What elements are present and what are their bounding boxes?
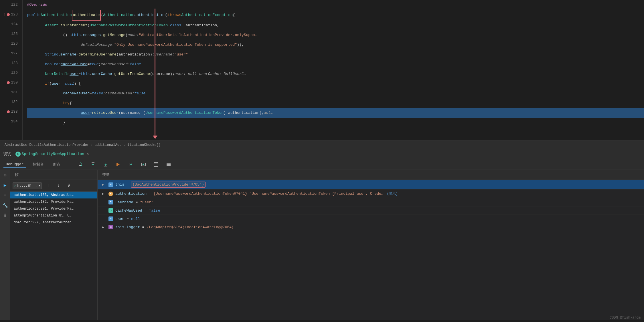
var-name-auth: authentication [115,192,147,196]
frame-item-dofilter-227[interactable]: doFilter:227, AbstractAuthen… [10,219,97,226]
var-item-logger[interactable]: ▶ ∞ this.logger = {LogAdapter$Slf4jLocat… [98,223,644,231]
frame-item-authenticate-133[interactable]: authenticate:133, AbstractUs… [10,192,97,198]
var-item-this[interactable]: ▶ = this = {DaoAuthenticationProvider@70… [98,180,644,190]
code-line-130: if ( user == null ) { [27,79,644,89]
line-num-129: 129 [3,68,19,78]
var-icon-username: = [108,200,113,204]
frame-item-authenticate-201[interactable]: authenticate:201, ProviderMa… [10,205,97,212]
frame-filter-dropdown[interactable]: ✓ ht...在... ▾ [13,182,42,189]
var-icon-auth: ● [108,192,113,196]
annotation-override: @Override [27,0,47,10]
toolbar-eval-btn[interactable] [139,160,147,168]
variables-panel: 变量 ▶ = this = {DaoAuthenticationProvider… [98,170,644,320]
var-value-this: {DaoAuthenticationProvider@7054} [131,182,206,188]
line-numbers: 122 ↑ 123 124 125 126 127 128 129 130 13… [0,0,23,140]
side-info-icon[interactable]: ⅱ [4,213,6,218]
var-equals-this: = [127,182,129,187]
code-line-129: UserDetails user = this . userCache . ge… [27,69,644,79]
side-settings-icon[interactable]: ≡ [4,193,7,198]
toolbar-table-btn[interactable] [152,160,160,168]
line-num-132: 132 [3,97,19,107]
var-item-cachewasused[interactable]: ▶ □ cacheWasUsed = false [98,206,644,215]
breadcrumb-part1: AbstractUserDetailsAuthenticationProvide… [5,143,89,147]
code-line-126: defaultMessage: "Only UsernamePasswordAu… [27,40,644,50]
var-icon-cache: □ [108,208,113,213]
authenticate-method-highlight: authenticate [72,10,101,21]
side-wrench-icon[interactable]: 🔧 [2,202,8,208]
side-icons-panel: ⚙ ▶ ≡ 🔧 ⅱ [0,170,10,320]
app-name: SpringSecurityNewApplication [22,152,84,156]
debug-label: 调试: [3,152,13,157]
line-num-131: 131 [3,88,19,97]
var-item-authentication[interactable]: ▶ ● authentication = {UsernamePasswordAu… [98,190,644,198]
toolbar-step-into-btn[interactable] [89,160,97,168]
step-arrow-icon: ↑ [3,10,6,19]
var-value-cache: false [149,208,160,213]
line-num-125: 125 [3,29,19,39]
toolbar-settings-btn[interactable] [165,160,173,168]
toolbar-step-out-btn[interactable] [102,160,110,168]
var-display-auth-btn[interactable]: (显示) [387,191,398,196]
var-value-logger: {LogAdapter$Slf4jLocationAwareLog@7064} [147,225,234,229]
breadcrumb-part2: additionalAuthenticationChecks() [94,143,160,147]
frame-up-btn[interactable]: ↑ [44,182,52,190]
tab-breakpoints[interactable]: 断点 [51,161,63,168]
var-value-auth: {UsernamePasswordAuthenticationToken@704… [153,192,384,196]
line-num-128: 128 [3,58,19,68]
variables-header: 变量 [98,170,644,180]
breadcrumb: AbstractUserDetailsAuthenticationProvide… [0,140,644,149]
frame-checkmark-icon: ✓ [14,184,16,188]
toolbar-run-cursor-btn[interactable] [127,160,135,168]
var-item-user[interactable]: ▶ = user = null [98,215,644,223]
line-num-134: 134 [3,117,19,126]
code-line-125: () → this . messages . getMessage ( code… [27,30,644,40]
side-debug-icon[interactable]: ⚙ [4,172,7,178]
var-value-username: "user" [140,200,153,204]
var-icon-user: = [108,216,113,221]
breakpoint-130[interactable] [7,81,10,84]
code-line-131: cacheWasUsed = false ; cacheWasUsed: fal… [27,89,644,98]
code-line-122: @Override [27,0,644,10]
debug-arrow-head [153,136,157,139]
frame-item-authenticate-182[interactable]: authenticate:182, ProviderMa… [10,198,97,205]
debug-tabs-bar: Debugger 控制台 断点 [0,159,644,170]
frames-header: 帧 [10,170,97,180]
frame-filter-btn[interactable]: ⊽ [65,182,73,190]
app-icon: ⚙ [15,152,21,157]
var-name-this: this [115,182,124,187]
code-line-133: user = retrieveUser (username, ( Usernam… [27,108,644,118]
var-name-logger: this.logger [115,225,140,229]
var-name-cache: cacheWasUsed [115,208,142,213]
tab-debugger[interactable]: Debugger [3,162,26,168]
line-num-124: 124 [3,19,19,29]
line-num-133: 133 [3,107,19,117]
line-num-122: 122 [3,0,19,10]
frames-panel: 帧 ✓ ht...在... ▾ ↑ ↓ ⊽ authenticate:133, … [10,170,98,320]
frame-item-attempt-85[interactable]: attemptAuthentication:85, U… [10,212,97,219]
side-run-icon[interactable]: ▶ [4,182,7,188]
var-expand-auth[interactable]: ▶ [102,192,106,196]
var-expand-this[interactable]: ▶ [102,183,106,186]
toolbar-step-over-btn[interactable] [76,160,84,168]
frame-down-btn[interactable]: ↓ [54,182,62,190]
debug-top-row: 调试: ⚙ SpringSecurityNewApplication × [0,149,644,159]
frames-filter-row: ✓ ht...在... ▾ ↑ ↓ ⊽ [10,180,97,192]
dropdown-chevron-icon: ▾ [38,184,40,188]
code-line-132: try { [27,98,644,108]
code-line-127: String username = determineUsername (aut… [27,50,644,59]
breakpoint-123[interactable] [7,13,10,16]
var-icon-this: = [108,182,113,187]
code-editor: 122 ↑ 123 124 125 126 127 128 129 130 13… [0,0,644,140]
var-expand-logger[interactable]: ▶ [102,225,106,229]
line-num-127: 127 [3,49,19,58]
close-session-button[interactable]: × [86,152,89,156]
var-item-username[interactable]: ▶ = username = "user" [98,198,644,206]
code-line-124: Assert . isInstanceOf ( UsernamePassword… [27,21,644,30]
toolbar-resume-btn[interactable] [114,160,122,168]
tab-console[interactable]: 控制台 [30,161,46,168]
code-content: @Override public Authentication authenti… [23,0,644,140]
code-line-123: public Authentication authenticate ( Aut… [27,10,644,21]
line-num-126: 126 [3,39,19,49]
breakpoint-133[interactable] [7,110,10,113]
code-line-128: boolean cacheWasUsed = true ; cacheWasUs… [27,59,644,69]
